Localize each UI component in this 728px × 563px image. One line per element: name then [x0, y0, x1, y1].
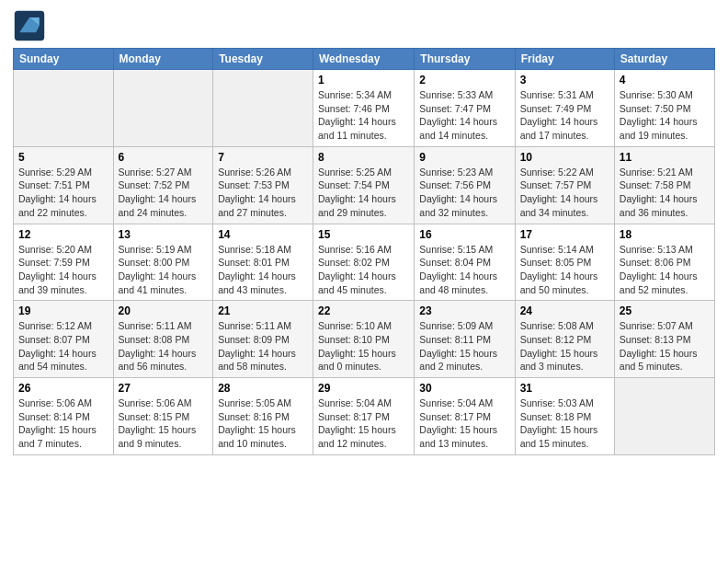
day-detail: Sunrise: 5:08 AMSunset: 8:12 PMDaylight:…: [520, 319, 609, 373]
day-number: 23: [419, 304, 509, 317]
calendar-cell: 26Sunrise: 5:06 AMSunset: 8:14 PMDayligh…: [14, 378, 114, 455]
calendar-cell: 24Sunrise: 5:08 AMSunset: 8:12 PMDayligh…: [515, 301, 614, 378]
day-detail: Sunrise: 5:20 AMSunset: 7:59 PMDaylight:…: [18, 243, 108, 297]
day-number: 7: [218, 151, 308, 164]
calendar-cell: 16Sunrise: 5:15 AMSunset: 8:04 PMDayligh…: [415, 224, 515, 301]
calendar-cell: 19Sunrise: 5:12 AMSunset: 8:07 PMDayligh…: [14, 301, 114, 378]
day-detail: Sunrise: 5:14 AMSunset: 8:05 PMDaylight:…: [520, 243, 609, 297]
day-detail: Sunrise: 5:03 AMSunset: 8:18 PMDaylight:…: [520, 396, 609, 451]
calendar-week-row: 12Sunrise: 5:20 AMSunset: 7:59 PMDayligh…: [14, 224, 715, 301]
calendar-cell: 31Sunrise: 5:03 AMSunset: 8:18 PMDayligh…: [515, 378, 614, 455]
day-detail: Sunrise: 5:21 AMSunset: 7:58 PMDaylight:…: [620, 166, 710, 220]
calendar-cell: 15Sunrise: 5:16 AMSunset: 8:02 PMDayligh…: [313, 224, 415, 301]
calendar-cell: 1Sunrise: 5:34 AMSunset: 7:46 PMDaylight…: [313, 70, 415, 147]
day-detail: Sunrise: 5:13 AMSunset: 8:06 PMDaylight:…: [620, 243, 710, 297]
weekday-header-row: SundayMondayTuesdayWednesdayThursdayFrid…: [14, 49, 715, 70]
day-number: 27: [119, 382, 209, 395]
calendar-week-row: 1Sunrise: 5:34 AMSunset: 7:46 PMDaylight…: [14, 70, 715, 147]
calendar-cell: 22Sunrise: 5:10 AMSunset: 8:10 PMDayligh…: [313, 301, 415, 378]
day-number: 26: [18, 382, 108, 395]
calendar-body: 1Sunrise: 5:34 AMSunset: 7:46 PMDaylight…: [14, 70, 715, 455]
day-detail: Sunrise: 5:16 AMSunset: 8:02 PMDaylight:…: [318, 243, 409, 297]
weekday-header-thursday: Thursday: [415, 49, 515, 70]
calendar-cell: 20Sunrise: 5:11 AMSunset: 8:08 PMDayligh…: [113, 301, 213, 378]
logo-icon: [13, 9, 46, 42]
calendar-cell: 25Sunrise: 5:07 AMSunset: 8:13 PMDayligh…: [614, 301, 714, 378]
day-number: 8: [318, 151, 409, 164]
calendar-week-row: 5Sunrise: 5:29 AMSunset: 7:51 PMDaylight…: [14, 146, 715, 224]
header: [13, 9, 715, 42]
day-number: 20: [119, 304, 209, 317]
calendar-cell: 8Sunrise: 5:25 AMSunset: 7:54 PMDaylight…: [313, 146, 415, 224]
calendar-cell: [213, 70, 313, 147]
calendar-cell: 2Sunrise: 5:33 AMSunset: 7:47 PMDaylight…: [415, 70, 515, 147]
day-number: 6: [119, 151, 209, 164]
day-number: 17: [520, 228, 609, 241]
calendar-cell: [614, 378, 714, 455]
day-detail: Sunrise: 5:25 AMSunset: 7:54 PMDaylight:…: [318, 166, 409, 220]
day-detail: Sunrise: 5:30 AMSunset: 7:50 PMDaylight:…: [620, 88, 710, 143]
day-number: 12: [18, 228, 108, 241]
weekday-header-sunday: Sunday: [14, 49, 114, 70]
calendar-cell: 18Sunrise: 5:13 AMSunset: 8:06 PMDayligh…: [614, 224, 714, 301]
logo: [13, 9, 51, 42]
day-detail: Sunrise: 5:23 AMSunset: 7:56 PMDaylight:…: [419, 166, 509, 220]
calendar-cell: 3Sunrise: 5:31 AMSunset: 7:49 PMDaylight…: [515, 70, 614, 147]
day-detail: Sunrise: 5:11 AMSunset: 8:08 PMDaylight:…: [119, 319, 209, 373]
day-number: 2: [419, 74, 509, 86]
day-detail: Sunrise: 5:10 AMSunset: 8:10 PMDaylight:…: [318, 319, 409, 373]
calendar-cell: 29Sunrise: 5:04 AMSunset: 8:17 PMDayligh…: [313, 378, 415, 455]
day-number: 1: [318, 74, 409, 86]
day-detail: Sunrise: 5:29 AMSunset: 7:51 PMDaylight:…: [18, 166, 108, 220]
calendar-cell: 10Sunrise: 5:22 AMSunset: 7:57 PMDayligh…: [515, 146, 614, 224]
calendar-table: SundayMondayTuesdayWednesdayThursdayFrid…: [13, 48, 715, 455]
day-number: 4: [620, 74, 710, 86]
calendar-cell: 9Sunrise: 5:23 AMSunset: 7:56 PMDaylight…: [415, 146, 515, 224]
calendar-cell: 14Sunrise: 5:18 AMSunset: 8:01 PMDayligh…: [213, 224, 313, 301]
day-detail: Sunrise: 5:04 AMSunset: 8:17 PMDaylight:…: [318, 396, 409, 451]
day-detail: Sunrise: 5:06 AMSunset: 8:14 PMDaylight:…: [18, 396, 108, 451]
day-number: 19: [18, 304, 108, 317]
day-number: 16: [419, 228, 509, 241]
page: SundayMondayTuesdayWednesdayThursdayFrid…: [0, 0, 728, 563]
calendar-cell: 12Sunrise: 5:20 AMSunset: 7:59 PMDayligh…: [14, 224, 114, 301]
calendar-week-row: 19Sunrise: 5:12 AMSunset: 8:07 PMDayligh…: [14, 301, 715, 378]
calendar-cell: 30Sunrise: 5:04 AMSunset: 8:17 PMDayligh…: [415, 378, 515, 455]
day-number: 29: [318, 382, 409, 395]
calendar-cell: [113, 70, 213, 147]
day-number: 9: [419, 151, 509, 164]
weekday-header-friday: Friday: [515, 49, 614, 70]
day-detail: Sunrise: 5:22 AMSunset: 7:57 PMDaylight:…: [520, 166, 609, 220]
calendar-cell: [14, 70, 114, 147]
calendar-cell: 4Sunrise: 5:30 AMSunset: 7:50 PMDaylight…: [614, 70, 714, 147]
day-number: 14: [218, 228, 308, 241]
day-number: 21: [218, 304, 308, 317]
calendar-cell: 13Sunrise: 5:19 AMSunset: 8:00 PMDayligh…: [113, 224, 213, 301]
calendar-cell: 6Sunrise: 5:27 AMSunset: 7:52 PMDaylight…: [113, 146, 213, 224]
day-detail: Sunrise: 5:09 AMSunset: 8:11 PMDaylight:…: [419, 319, 509, 373]
day-number: 11: [620, 151, 710, 164]
calendar-cell: 28Sunrise: 5:05 AMSunset: 8:16 PMDayligh…: [213, 378, 313, 455]
day-detail: Sunrise: 5:05 AMSunset: 8:16 PMDaylight:…: [218, 396, 308, 451]
calendar-cell: 27Sunrise: 5:06 AMSunset: 8:15 PMDayligh…: [113, 378, 213, 455]
day-detail: Sunrise: 5:15 AMSunset: 8:04 PMDaylight:…: [419, 243, 509, 297]
day-number: 25: [620, 304, 710, 317]
day-detail: Sunrise: 5:19 AMSunset: 8:00 PMDaylight:…: [119, 243, 209, 297]
calendar-cell: 17Sunrise: 5:14 AMSunset: 8:05 PMDayligh…: [515, 224, 614, 301]
day-number: 5: [18, 151, 108, 164]
day-number: 30: [419, 382, 509, 395]
day-detail: Sunrise: 5:11 AMSunset: 8:09 PMDaylight:…: [218, 319, 308, 373]
day-detail: Sunrise: 5:31 AMSunset: 7:49 PMDaylight:…: [520, 88, 609, 143]
day-detail: Sunrise: 5:04 AMSunset: 8:17 PMDaylight:…: [419, 396, 509, 451]
calendar-cell: 7Sunrise: 5:26 AMSunset: 7:53 PMDaylight…: [213, 146, 313, 224]
calendar-cell: 11Sunrise: 5:21 AMSunset: 7:58 PMDayligh…: [614, 146, 714, 224]
day-number: 22: [318, 304, 409, 317]
calendar-cell: 21Sunrise: 5:11 AMSunset: 8:09 PMDayligh…: [213, 301, 313, 378]
weekday-header-monday: Monday: [113, 49, 213, 70]
day-detail: Sunrise: 5:33 AMSunset: 7:47 PMDaylight:…: [419, 88, 509, 143]
day-detail: Sunrise: 5:26 AMSunset: 7:53 PMDaylight:…: [218, 166, 308, 220]
calendar-week-row: 26Sunrise: 5:06 AMSunset: 8:14 PMDayligh…: [14, 378, 715, 455]
day-number: 18: [620, 228, 710, 241]
day-number: 13: [119, 228, 209, 241]
day-detail: Sunrise: 5:27 AMSunset: 7:52 PMDaylight:…: [119, 166, 209, 220]
